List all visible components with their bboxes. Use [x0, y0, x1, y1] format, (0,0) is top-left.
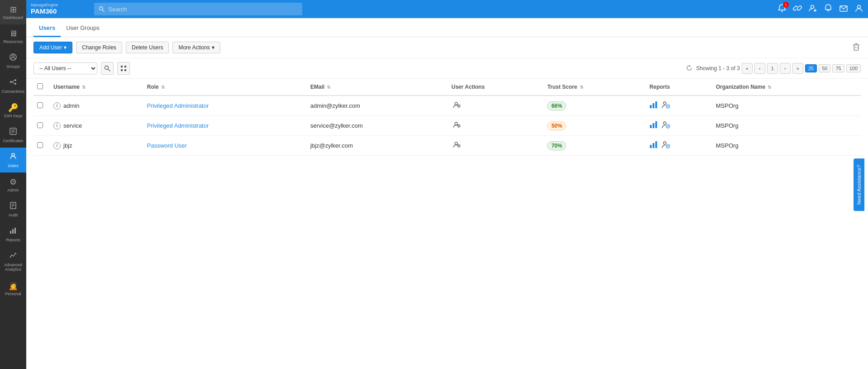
pagination-size-75[interactable]: 75 [832, 64, 844, 72]
row-user-actions-2 [448, 136, 544, 156]
sidebar-item-personal[interactable]: 🙍 Personal [0, 276, 26, 301]
user-info-icon-0[interactable]: i [53, 102, 61, 110]
svg-point-58 [668, 125, 669, 126]
delete-icon-top[interactable] [852, 42, 861, 53]
svg-point-3 [14, 79, 16, 81]
svg-rect-63 [650, 145, 652, 148]
svg-point-56 [666, 125, 670, 128]
email-sort[interactable]: ⇅ [327, 85, 330, 90]
report-user-icon-1[interactable] [660, 120, 670, 131]
role-link-0[interactable]: Privileged Administrator [147, 102, 209, 109]
tab-user-groups[interactable]: User Groups [61, 18, 105, 37]
report-bar-icon-1[interactable] [649, 120, 658, 131]
svg-line-5 [12, 81, 14, 82]
user-add-icon[interactable] [808, 4, 817, 15]
row-reports-2 [646, 136, 712, 156]
row-user-actions-1 [448, 116, 544, 136]
sidebar-item-groups[interactable]: Groups [0, 48, 26, 73]
username-label-2: jbjz [63, 142, 72, 149]
delete-users-button[interactable]: Delete Users [126, 42, 169, 53]
user-info-icon-2[interactable]: i [53, 142, 61, 149]
sidebar-item-connections[interactable]: Connections [0, 73, 26, 98]
pagination-next[interactable]: › [780, 63, 791, 74]
user-info-icon-1[interactable]: i [53, 122, 61, 129]
svg-rect-33 [121, 66, 123, 67]
search-input[interactable] [108, 6, 298, 13]
sidebar-item-dashboard[interactable]: ⊞ Dashboard [0, 0, 26, 24]
username-sort[interactable]: ⇅ [82, 85, 86, 90]
page-tabs: Users User Groups [26, 18, 868, 37]
refresh-icon[interactable] [686, 65, 692, 72]
sidebar-item-resources[interactable]: 🖥 Resources [0, 24, 26, 48]
row-org-1: MSPOrg [712, 116, 861, 136]
role-sort[interactable]: ⇅ [161, 85, 165, 90]
user-action-icon-2[interactable] [452, 142, 461, 151]
row-org-2: MSPOrg [712, 136, 861, 156]
role-link-1[interactable]: Privileged Administrator [147, 122, 209, 129]
mail-icon[interactable] [839, 4, 848, 15]
svg-rect-65 [655, 141, 657, 148]
sidebar-item-label-audit: Audit [9, 213, 18, 217]
col-checkbox [33, 79, 50, 96]
role-link-2[interactable]: Password User [147, 142, 187, 149]
need-assistance-button[interactable]: Need Assistance? [854, 158, 864, 211]
search-bar[interactable] [94, 3, 302, 15]
profile-icon[interactable] [854, 4, 863, 15]
change-roles-button[interactable]: Change Roles [76, 42, 122, 53]
row-checkbox-2[interactable] [37, 142, 43, 148]
svg-point-59 [455, 142, 458, 145]
view-toggle-button[interactable] [117, 62, 130, 75]
col-org-name: Organization Name ⇅ [712, 79, 861, 96]
search-icon [99, 6, 105, 12]
bell-icon[interactable] [824, 4, 833, 15]
sidebar-item-label-admin: Admin [7, 188, 19, 192]
org-sort[interactable]: ⇅ [768, 85, 771, 90]
link-icon[interactable] [793, 4, 802, 15]
sidebar-item-users[interactable]: Users [0, 148, 26, 173]
sidebar-item-label-dashboard: Dashboard [3, 15, 23, 20]
advanced-analytics-icon [9, 251, 17, 262]
more-actions-button[interactable]: More Actions [172, 42, 220, 53]
reports-icon [9, 226, 17, 237]
app-name: PAM360 [31, 7, 90, 15]
toolbar: Add User Change Roles Delete Users More … [26, 37, 868, 58]
svg-rect-42 [653, 103, 654, 108]
user-action-icon-0[interactable] [452, 102, 461, 111]
row-reports-1 [646, 116, 712, 136]
sidebar-item-advanced-analytics[interactable]: Advanced Analytics [0, 247, 26, 276]
user-filter-select[interactable]: -- All Users -- Local Users AD/LDAP User… [33, 62, 97, 74]
pagination-last[interactable]: » [792, 63, 803, 74]
sidebar-item-admin[interactable]: ⚙ Admin [0, 173, 26, 197]
pagination-first[interactable]: « [742, 63, 753, 74]
col-username: Username ⇅ [50, 79, 143, 96]
trust-sort[interactable]: ⇅ [580, 85, 583, 90]
user-action-icon-1[interactable] [452, 122, 461, 131]
svg-point-37 [455, 102, 458, 105]
report-bar-icon-0[interactable] [649, 101, 658, 111]
sidebar-item-ssh-keys[interactable]: 🔑 SSH Keys [0, 98, 26, 123]
report-user-icon-0[interactable] [660, 100, 670, 111]
row-role-1: Privileged Administrator [143, 116, 307, 136]
search-button[interactable] [101, 62, 114, 75]
sidebar-item-audit[interactable]: Audit [0, 197, 26, 222]
add-user-button[interactable]: Add User [33, 42, 72, 53]
sidebar-item-certificates[interactable]: Certificates [0, 123, 26, 148]
notifications-icon[interactable]: 1 [777, 4, 787, 15]
select-all-checkbox[interactable] [37, 83, 43, 89]
tab-users[interactable]: Users [33, 18, 61, 37]
users-icon [9, 152, 17, 163]
pagination-prev[interactable]: ‹ [754, 63, 765, 74]
sidebar-item-reports[interactable]: Reports [0, 222, 26, 247]
svg-point-55 [663, 122, 666, 125]
users-table: Username ⇅ Role ⇅ EMail ⇅ User Actions [33, 79, 861, 156]
pagination-size-25[interactable]: 25 [805, 64, 817, 72]
topbar-icons: 1 [777, 4, 863, 15]
report-bar-icon-2[interactable] [649, 140, 658, 151]
report-user-icon-2[interactable] [660, 140, 670, 151]
row-checkbox-0[interactable] [37, 102, 43, 108]
pagination-size-100[interactable]: 100 [846, 64, 861, 72]
row-trust-0: 66% [544, 96, 646, 116]
pagination-size-50[interactable]: 50 [819, 64, 830, 72]
row-checkbox-1[interactable] [37, 122, 43, 128]
trust-badge-1: 50% [547, 121, 566, 130]
